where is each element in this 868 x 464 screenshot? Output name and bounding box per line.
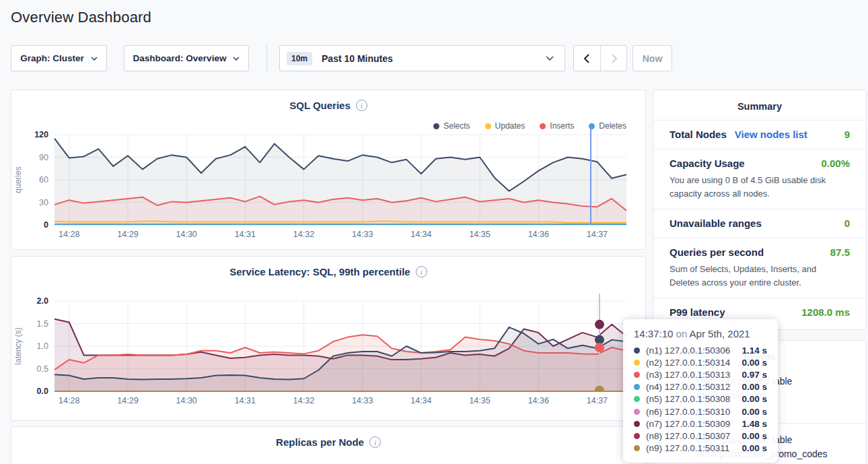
now-button[interactable]: Now	[632, 45, 672, 71]
tooltip-node-address: (n7) 127.0.0.1:50309	[646, 419, 730, 429]
chevron-down-icon	[546, 56, 554, 61]
tooltip-node-value: 0.00 s	[742, 358, 767, 368]
tooltip-node-address: (n4) 127.0.0.1:50312	[646, 382, 730, 392]
tooltip-node-row: (n4) 127.0.0.1:503120.00 s	[634, 381, 767, 393]
summary-value: 0.00%	[821, 158, 850, 169]
chart-tooltip: 14:37:10 on Apr 5th, 2021 (n1) 127.0.0.1…	[623, 319, 778, 463]
summary-caption: Sum of Selects, Updates, Inserts, and De…	[670, 263, 850, 289]
svg-text:14:34: 14:34	[410, 230, 431, 239]
node-color-dot-icon	[634, 445, 640, 451]
svg-text:0: 0	[44, 220, 48, 230]
time-range-label: Past 10 Minutes	[322, 53, 393, 64]
node-color-dot-icon	[634, 347, 640, 354]
previous-time-window-button[interactable]	[574, 46, 600, 71]
replicas-per-node-panel: Replicas per Node i	[11, 426, 646, 464]
info-icon[interactable]: i	[356, 100, 367, 111]
summary-value: 87.5	[830, 246, 850, 258]
svg-text:queries: queries	[13, 166, 23, 193]
tooltip-node-address: (n6) 127.0.0.1:50310	[646, 407, 730, 417]
node-color-dot-icon	[634, 384, 640, 390]
svg-text:14:29: 14:29	[117, 230, 138, 239]
svg-text:14:31: 14:31	[235, 230, 256, 239]
tooltip-node-row: (n2) 127.0.0.1:503140.00 s	[634, 356, 767, 368]
svg-text:14:30: 14:30	[176, 396, 197, 405]
page-title: Overview Dashboard	[11, 9, 151, 26]
chevron-down-icon	[233, 57, 240, 61]
tooltip-node-value: 0.00 s	[742, 394, 767, 404]
node-color-dot-icon	[634, 421, 640, 427]
node-color-dot-icon	[634, 396, 640, 402]
tooltip-node-value: 1.14 s	[742, 345, 767, 356]
svg-text:14:33: 14:33	[352, 230, 373, 239]
time-window-nav	[573, 45, 627, 71]
tooltip-node-address: (n1) 127.0.0.1:50306	[646, 345, 730, 356]
summary-value: 9	[844, 129, 850, 140]
service-latency-chart[interactable]: 14:2814:2914:3014:3114:3214:3314:3414:35…	[11, 294, 647, 408]
sql-queries-chart[interactable]: 14:2814:2914:3014:3114:3214:3314:3414:35…	[11, 127, 647, 242]
tooltip-node-address: (n3) 127.0.0.1:50313	[646, 370, 730, 380]
node-color-dot-icon	[634, 433, 640, 439]
node-color-dot-icon	[634, 372, 640, 378]
tooltip-node-value: 0.00 s	[742, 443, 767, 453]
svg-text:0.5: 0.5	[37, 364, 48, 374]
info-icon[interactable]: i	[369, 436, 381, 448]
info-icon[interactable]: i	[416, 266, 427, 277]
summary-label: Capacity Usage	[670, 158, 745, 169]
tooltip-node-value: 0.00 s	[742, 407, 767, 417]
svg-text:14:34: 14:34	[410, 396, 431, 405]
tooltip-node-address: (n9) 127.0.0.1:50311	[646, 443, 729, 453]
summary-panel: Summary Total NodesView nodes list9Capac…	[653, 90, 867, 330]
svg-text:14:37: 14:37	[587, 396, 608, 405]
summary-item: Queries per second87.5Sum of Selects, Up…	[653, 238, 866, 298]
service-latency-panel: Service Latency: SQL, 99th percentile i …	[11, 256, 646, 421]
chevron-right-icon	[611, 54, 617, 63]
tooltip-node-row: (n9) 127.0.0.1:503110.00 s	[634, 442, 767, 455]
tooltip-node-address: (n5) 127.0.0.1:50308	[646, 394, 730, 404]
tooltip-node-row: (n7) 127.0.0.1:503091.48 s	[634, 418, 767, 430]
svg-text:0.0: 0.0	[37, 387, 48, 396]
summary-label: Queries per second	[670, 246, 764, 258]
time-range-selector[interactable]: 10m Past 10 Minutes	[279, 45, 565, 71]
svg-text:14:30: 14:30	[176, 230, 197, 239]
svg-text:120: 120	[34, 130, 48, 139]
tooltip-node-row: (n5) 127.0.0.1:503080.00 s	[634, 393, 767, 405]
replicas-per-node-title: Replicas per Node	[276, 436, 364, 448]
view-nodes-list-link[interactable]: View nodes list	[735, 129, 807, 140]
svg-text:14:28: 14:28	[59, 396, 79, 405]
tooltip-node-address: (n2) 127.0.0.1:50314	[646, 358, 730, 368]
summary-label: P99 latency	[670, 306, 725, 318]
tooltip-node-row: (n3) 127.0.0.1:503130.97 s	[634, 368, 767, 380]
next-time-window-button[interactable]	[600, 46, 626, 71]
tooltip-node-address: (n8) 127.0.0.1:50307	[646, 431, 730, 441]
tooltip-node-value: 1.48 s	[742, 419, 767, 429]
svg-text:2.0: 2.0	[37, 296, 48, 306]
service-latency-plot[interactable]: 14:2814:2914:3014:3114:3214:3314:3414:35…	[11, 294, 647, 408]
summary-value: 0	[844, 218, 850, 229]
svg-text:14:32: 14:32	[293, 230, 314, 239]
svg-text:14:36: 14:36	[528, 230, 549, 239]
sql-queries-title: SQL Queries	[289, 100, 351, 111]
graph-dropdown-label: Graph: Cluster	[20, 53, 84, 63]
chevron-left-icon	[584, 54, 590, 63]
sql-queries-plot[interactable]: 14:2814:2914:3014:3114:3214:3314:3414:35…	[11, 127, 647, 242]
tooltip-node-value: 0.00 s	[742, 382, 767, 392]
controls-divider	[266, 44, 267, 72]
svg-text:14:28: 14:28	[59, 230, 79, 239]
svg-text:latency (s): latency (s)	[13, 327, 23, 364]
chevron-down-icon	[91, 57, 98, 61]
dashboard-dropdown[interactable]: Dashboard: Overview	[124, 45, 249, 71]
svg-text:14:36: 14:36	[528, 396, 549, 405]
time-range-badge: 10m	[287, 52, 312, 65]
tooltip-node-value: 0.00 s	[742, 431, 767, 441]
svg-text:14:32: 14:32	[293, 396, 314, 405]
graph-dropdown[interactable]: Graph: Cluster	[11, 45, 107, 71]
tooltip-timestamp: 14:37:10 on Apr 5th, 2021	[634, 328, 767, 339]
svg-text:14:37: 14:37	[587, 230, 608, 239]
svg-text:14:31: 14:31	[235, 396, 256, 405]
summary-item: Total NodesView nodes list9	[653, 120, 866, 149]
svg-text:14:33: 14:33	[352, 396, 373, 405]
svg-text:60: 60	[39, 175, 48, 185]
tooltip-node-row: (n1) 127.0.0.1:503061.14 s	[634, 344, 767, 356]
summary-item: Unavailable ranges0	[653, 209, 866, 238]
summary-caption: You are using 0 B of 4.5 GiB usable disk…	[670, 174, 850, 200]
